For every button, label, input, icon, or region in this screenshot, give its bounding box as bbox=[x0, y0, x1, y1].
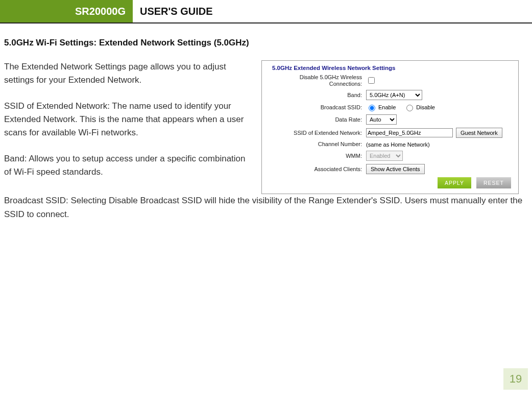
show-active-clients-button[interactable]: Show Active Clients bbox=[366, 164, 425, 174]
label-broadcast: Broadcast SSID: bbox=[267, 104, 366, 111]
select-wmm: Enabled bbox=[366, 151, 403, 161]
header-title: USER'S GUIDE bbox=[133, 0, 213, 22]
radio-broadcast-enable-wrap[interactable]: Enable bbox=[366, 103, 396, 111]
label-channel: Channel Number: bbox=[267, 141, 366, 148]
panel-title: 5.0GHz Extended Wireless Network Setting… bbox=[272, 65, 513, 71]
select-band[interactable]: 5.0GHz (A+N) bbox=[366, 90, 422, 100]
settings-panel: 5.0GHz Extended Wireless Network Setting… bbox=[261, 60, 519, 194]
select-data-rate[interactable]: Auto bbox=[366, 114, 397, 125]
page-number: 19 bbox=[503, 368, 528, 390]
label-wmm: WMM: bbox=[267, 153, 366, 159]
section-heading: 5.0GHz Wi-Fi Settings: Extended Network … bbox=[4, 38, 528, 48]
page-header: SR20000G USER'S GUIDE bbox=[0, 0, 532, 23]
header-model: SR20000G bbox=[0, 0, 133, 22]
radio-broadcast-disable[interactable] bbox=[406, 105, 413, 111]
para-broadcast: Broadcast SSID: Selecting Disable Broadc… bbox=[4, 194, 528, 221]
para-ssid: SSID of Extended Network: The name used … bbox=[4, 100, 249, 140]
label-band: Band: bbox=[267, 92, 366, 99]
para-band: Band: Allows you to setup access under a… bbox=[4, 152, 249, 179]
checkbox-disable-wireless[interactable] bbox=[368, 77, 375, 84]
label-ssid: SSID of Extended Network: bbox=[267, 130, 366, 136]
apply-button[interactable]: APPLY bbox=[438, 177, 471, 188]
content-area: 5.0GHz Wi-Fi Settings: Extended Network … bbox=[0, 23, 532, 221]
label-clients: Associated Clients: bbox=[267, 166, 366, 173]
channel-value: (same as Home Network) bbox=[366, 141, 430, 148]
label-disable-wireless: Disable 5.0GHz Wireless Connections: bbox=[267, 74, 366, 87]
input-ssid[interactable] bbox=[366, 128, 453, 137]
para-intro: The Extended Network Settings page allow… bbox=[4, 60, 249, 87]
guest-network-button[interactable]: Guest Network bbox=[456, 128, 502, 138]
reset-button[interactable]: RESET bbox=[476, 177, 511, 188]
radio-broadcast-enable[interactable] bbox=[369, 105, 375, 111]
label-data-rate: Data Rate: bbox=[267, 116, 366, 123]
radio-broadcast-disable-wrap[interactable]: Disable bbox=[404, 103, 435, 111]
